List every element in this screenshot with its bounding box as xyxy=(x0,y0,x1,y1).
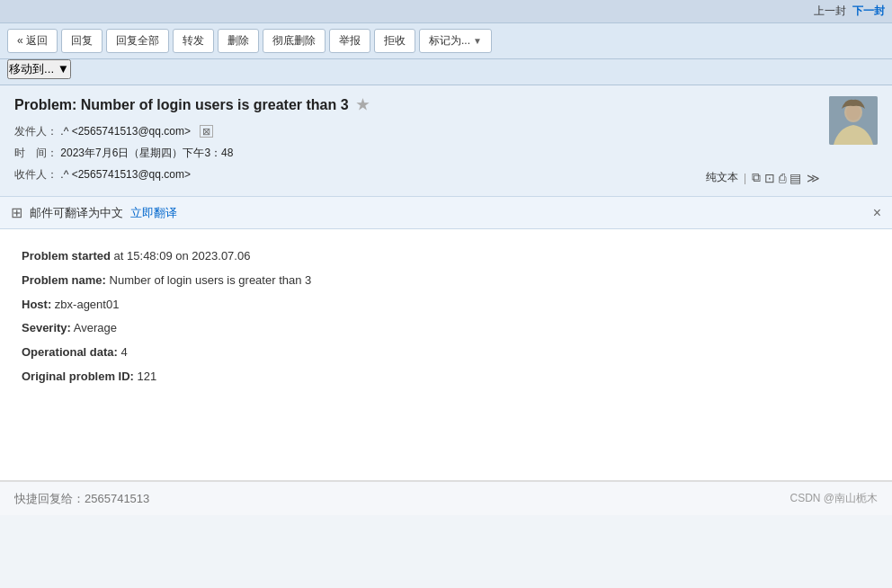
body-line4: Severity: Average xyxy=(22,319,870,338)
body-line2-rest: Number of login users is greater than 3 xyxy=(110,273,312,287)
recipient-label: 收件人： xyxy=(14,168,58,181)
email-header: Problem: Number of login users is greate… xyxy=(0,85,892,197)
reply-button[interactable]: 回复 xyxy=(61,29,103,53)
forward-button[interactable]: 转发 xyxy=(173,29,214,53)
sender-label: 发件人： xyxy=(14,125,58,138)
time-row: 时 间： 2023年7月6日（星期四）下午3：48 xyxy=(14,142,878,164)
quick-reply-bar: CSDN @南山栀木 xyxy=(0,481,892,515)
mark-button[interactable]: 标记为... ▼ xyxy=(419,29,492,53)
toolbar-row1: « 返回 回复 回复全部 转发 删除 彻底删除 举报 拒收 标记为... ▼ xyxy=(0,23,892,59)
translation-bar: ⊞ 邮件可翻译为中文 立即翻译 × xyxy=(0,197,892,229)
delete-permanent-button[interactable]: 彻底删除 xyxy=(263,29,326,53)
body-line6: Original problem ID: 121 xyxy=(22,368,870,387)
prev-email-link[interactable]: 上一封 xyxy=(814,4,846,19)
subject-text: Problem: Number of login users is greate… xyxy=(14,97,349,113)
time-label: 时 间： xyxy=(14,147,58,159)
time-value: 2023年7月6日（星期四）下午3：48 xyxy=(60,147,233,159)
avatar-image xyxy=(829,96,878,145)
body-line3-rest: zbx-agent01 xyxy=(55,298,120,311)
body-line6-bold: Original problem ID: xyxy=(22,370,134,383)
action-icons-group: ⧉ ⊡ ⎙ ▤ xyxy=(752,170,801,185)
body-line5-bold: Operational data: xyxy=(22,345,118,359)
credit-text: CSDN @南山栀木 xyxy=(789,491,878,506)
recipient-email: <2565741513@qq.com> xyxy=(72,168,191,181)
translation-bar-close[interactable]: × xyxy=(873,205,881,221)
translate-icon: ⊞ xyxy=(11,204,22,221)
body-line1-bold: Problem started xyxy=(22,249,111,263)
actions-separator: | xyxy=(744,172,746,184)
avatar xyxy=(829,96,878,145)
body-line4-rest: Average xyxy=(74,321,117,334)
translation-text: 邮件可翻译为中文 xyxy=(30,205,123,221)
translation-bar-left: ⊞ 邮件可翻译为中文 立即翻译 xyxy=(11,204,177,221)
copy-icon[interactable]: ⧉ xyxy=(752,170,761,185)
sender-email: <2565741513@qq.com> xyxy=(72,125,191,138)
delete-button[interactable]: 删除 xyxy=(218,29,259,53)
body-line5-rest: 4 xyxy=(121,345,128,359)
body-line2-bold: Problem name: xyxy=(22,273,106,287)
save-icon[interactable]: ▤ xyxy=(789,171,801,185)
email-view-actions: 纯文本 | ⧉ ⊡ ⎙ ▤ ≫ xyxy=(706,170,820,185)
window-icon[interactable]: ⊡ xyxy=(764,171,775,185)
sender-name: .^ xyxy=(60,125,68,138)
move-to-button[interactable]: 移动到... ▼ xyxy=(7,59,71,79)
recipient-name: .^ xyxy=(60,168,68,181)
body-line1-rest: at 15:48:09 on 2023.07.06 xyxy=(114,249,251,263)
body-line5: Operational data: 4 xyxy=(22,343,870,362)
reply-all-button[interactable]: 回复全部 xyxy=(106,29,169,53)
body-line6-rest: 121 xyxy=(138,370,157,383)
plain-text-toggle[interactable]: 纯文本 xyxy=(706,170,738,185)
sender-icon: ⊠ xyxy=(200,125,213,138)
reject-button[interactable]: 拒收 xyxy=(374,29,415,53)
body-line3-bold: Host: xyxy=(22,298,51,311)
back-button[interactable]: « 返回 xyxy=(7,29,58,53)
quick-reply-input[interactable] xyxy=(14,492,789,505)
expand-icon[interactable]: ≫ xyxy=(807,171,820,185)
email-subject: Problem: Number of login users is greate… xyxy=(14,96,878,113)
star-icon[interactable]: ★ xyxy=(356,96,369,113)
sender-row: 发件人： .^ <2565741513@qq.com> ⊠ xyxy=(14,120,878,142)
next-email-link[interactable]: 下一封 xyxy=(852,4,885,19)
move-to-button-arrow: ▼ xyxy=(58,62,69,76)
top-navigation: 上一封 下一封 xyxy=(0,0,892,23)
svg-point-2 xyxy=(846,104,861,120)
report-button[interactable]: 举报 xyxy=(329,29,370,53)
print-icon[interactable]: ⎙ xyxy=(779,171,786,185)
translate-now-link[interactable]: 立即翻译 xyxy=(130,205,177,221)
toolbar-row2: 移动到... ▼ xyxy=(0,59,892,85)
email-body: Problem started at 15:48:09 on 2023.07.0… xyxy=(0,229,892,481)
body-line1: Problem started at 15:48:09 on 2023.07.0… xyxy=(22,247,870,266)
body-line2: Problem name: Number of login users is g… xyxy=(22,272,870,290)
body-line3: Host: zbx-agent01 xyxy=(22,296,870,315)
body-line4-bold: Severity: xyxy=(22,321,71,334)
mark-button-arrow: ▼ xyxy=(473,36,482,46)
